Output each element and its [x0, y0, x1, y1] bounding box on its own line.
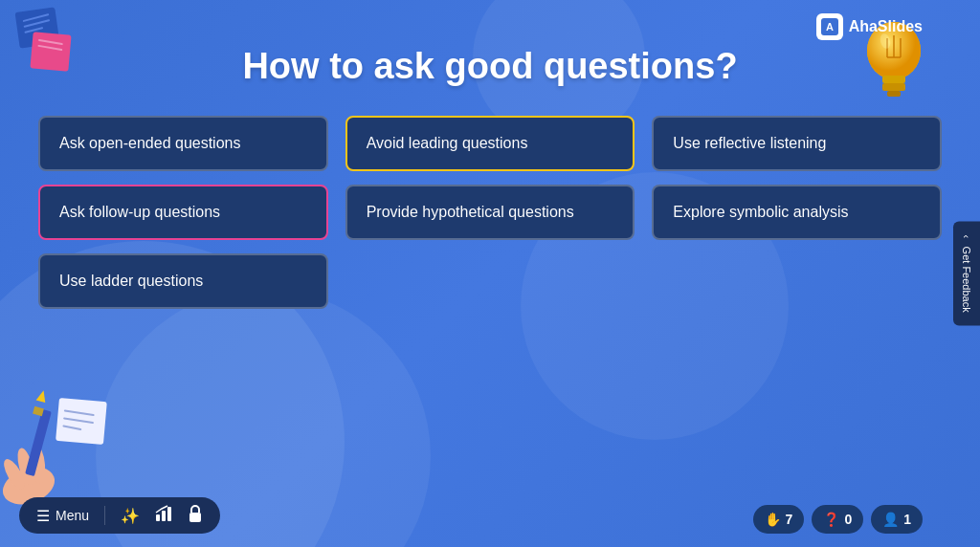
svg-rect-30	[156, 514, 160, 521]
answer-btn-7[interactable]: Use ladder questions	[38, 253, 328, 309]
bottom-toolbar: ☰ Menu ✨	[19, 497, 220, 534]
logo-icon: A	[816, 13, 843, 40]
answer-btn-2[interactable]: Avoid leading questions	[345, 116, 635, 171]
chart-icon	[155, 505, 172, 526]
svg-rect-33	[189, 513, 201, 522]
confetti-icon: ✨	[121, 507, 140, 525]
svg-text:A: A	[826, 21, 834, 33]
answers-grid: Ask open-ended questions Avoid leading q…	[38, 116, 942, 309]
feedback-label: Get Feedback	[961, 246, 972, 312]
questions-stat: ❓ 0	[812, 505, 863, 534]
answer-btn-3[interactable]: Use reflective listening	[652, 116, 942, 171]
svg-rect-31	[162, 511, 166, 521]
logo-text: AhaSlides	[849, 18, 923, 35]
hands-stat: ✋ 7	[753, 505, 805, 534]
chart-button[interactable]	[155, 505, 172, 526]
lock-button[interactable]	[188, 505, 203, 526]
toolbar-divider	[104, 506, 105, 525]
menu-icon: ☰	[36, 507, 50, 525]
answer-btn-4[interactable]: Ask follow-up questions	[38, 185, 328, 240]
main-content: How to ask good questions? Ask open-ende…	[0, 0, 980, 547]
menu-label: Menu	[56, 508, 89, 523]
confetti-button[interactable]: ✨	[121, 507, 140, 525]
ahaslides-logo: A AhaSlides	[816, 13, 923, 40]
menu-button[interactable]: ☰ Menu	[36, 507, 89, 525]
answer-btn-6[interactable]: Explore symbolic analysis	[652, 185, 942, 240]
lock-icon	[188, 505, 203, 526]
people-stat: 👤 1	[871, 505, 923, 534]
person-icon: 👤	[882, 512, 899, 527]
questions-count: 0	[844, 512, 852, 527]
svg-rect-32	[167, 507, 171, 521]
answer-btn-1[interactable]: Ask open-ended questions	[38, 116, 328, 171]
chevron-left-icon: ‹	[961, 235, 972, 239]
hands-count: 7	[786, 512, 793, 527]
hand-icon: ✋	[765, 512, 781, 527]
answer-btn-5[interactable]: Provide hypothetical questions	[345, 185, 635, 240]
page-title: How to ask good questions?	[38, 46, 942, 87]
question-icon: ❓	[823, 512, 839, 527]
people-count: 1	[903, 512, 911, 527]
feedback-tab[interactable]: ‹ Get Feedback	[953, 222, 980, 326]
bottom-stats: ✋ 7 ❓ 0 👤 1	[753, 505, 923, 534]
